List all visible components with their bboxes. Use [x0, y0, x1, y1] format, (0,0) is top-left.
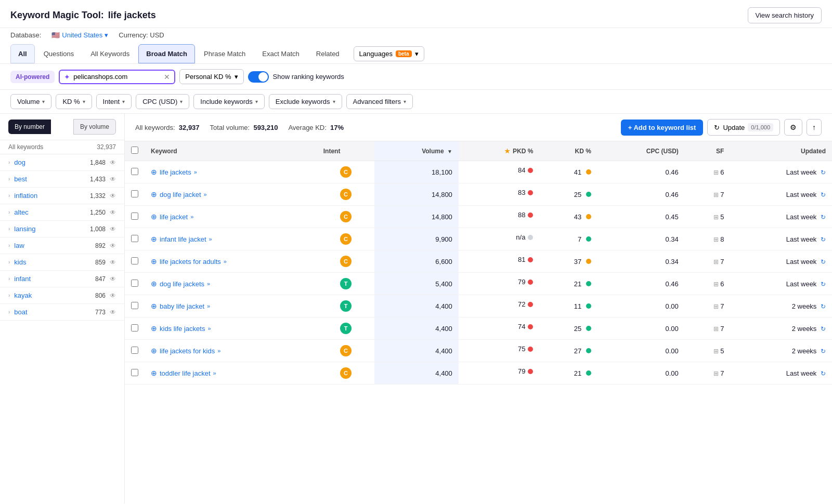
- keyword-link-0[interactable]: ⊕ life jackets »: [151, 168, 311, 176]
- sidebar-item-best[interactable]: › best 1,433 👁: [0, 171, 124, 188]
- eye-icon-altec[interactable]: 👁: [110, 209, 116, 216]
- sf-icon-8[interactable]: ⊞: [713, 348, 719, 355]
- eye-icon-best[interactable]: 👁: [110, 176, 116, 183]
- sf-icon-7[interactable]: ⊞: [713, 325, 719, 333]
- tab-broad-match[interactable]: Broad Match: [138, 44, 195, 63]
- include-keywords-btn[interactable]: Include keywords ▾: [193, 94, 264, 109]
- row-checkbox-7[interactable]: [131, 324, 138, 331]
- row-checkbox-9[interactable]: [131, 369, 138, 376]
- show-ranking-toggle[interactable]: [248, 71, 269, 83]
- row-checkbox-2[interactable]: [131, 213, 138, 220]
- keyword-link-7[interactable]: ⊕ kids life jackets »: [151, 324, 311, 333]
- sf-icon-1[interactable]: ⊞: [713, 191, 719, 198]
- stats-bar: All keywords: 32,937 Total volume: 593,2…: [125, 114, 832, 141]
- refresh-icon-5[interactable]: ↻: [821, 281, 826, 288]
- clear-domain-icon[interactable]: ✕: [164, 73, 170, 81]
- by-volume-button[interactable]: By volume: [73, 119, 116, 135]
- row-updated-cell-4: Last week ↻: [730, 250, 832, 273]
- update-button[interactable]: ↻ Update 0/1,000: [707, 119, 780, 136]
- sidebar-item-infant[interactable]: › infant 847 👁: [0, 271, 124, 287]
- domain-input[interactable]: [73, 73, 161, 81]
- by-number-button[interactable]: By number: [8, 120, 51, 134]
- sidebar-chevron-infant: ›: [8, 276, 10, 282]
- eye-icon-boat[interactable]: 👁: [110, 309, 116, 316]
- keyword-link-3[interactable]: ⊕ infant life jacket »: [151, 235, 311, 243]
- row-checkbox-3[interactable]: [131, 235, 138, 242]
- eye-icon-law[interactable]: 👁: [110, 242, 116, 249]
- row-checkbox-5[interactable]: [131, 280, 138, 287]
- refresh-icon-0[interactable]: ↻: [821, 169, 826, 176]
- view-history-button[interactable]: View search history: [748, 7, 822, 23]
- refresh-icon-4[interactable]: ↻: [821, 258, 826, 266]
- tab-all-keywords[interactable]: All Keywords: [83, 44, 137, 63]
- keyword-link-1[interactable]: ⊕ dog life jacket »: [151, 190, 311, 198]
- sf-icon-5[interactable]: ⊞: [713, 281, 719, 288]
- tab-exact-match[interactable]: Exact Match: [254, 44, 307, 63]
- eye-icon-inflation[interactable]: 👁: [110, 192, 116, 200]
- cpc-filter-btn[interactable]: CPC (USD) ▾: [136, 94, 189, 109]
- sf-icon-2[interactable]: ⊞: [713, 214, 719, 221]
- kd-filter-btn[interactable]: KD % ▾: [56, 94, 92, 109]
- sf-icon-0[interactable]: ⊞: [713, 169, 719, 176]
- settings-icon-button[interactable]: ⚙: [784, 119, 802, 136]
- eye-icon-kids[interactable]: 👁: [110, 259, 116, 266]
- row-checkbox-0[interactable]: [131, 168, 138, 175]
- sf-icon-9[interactable]: ⊞: [713, 370, 719, 377]
- exclude-keywords-btn[interactable]: Exclude keywords ▾: [269, 94, 342, 109]
- refresh-icon-2[interactable]: ↻: [821, 214, 826, 221]
- sf-icon-4[interactable]: ⊞: [713, 258, 719, 266]
- country-link[interactable]: 🇺🇸 United States ▾: [51, 31, 108, 39]
- refresh-icon-9[interactable]: ↻: [821, 370, 826, 377]
- export-icon-button[interactable]: ↑: [807, 119, 822, 136]
- eye-icon-infant[interactable]: 👁: [110, 275, 116, 283]
- sidebar-item-kids[interactable]: › kids 859 👁: [0, 254, 124, 271]
- volume-filter-btn[interactable]: Volume ▾: [10, 94, 51, 109]
- eye-icon-kayak[interactable]: 👁: [110, 292, 116, 299]
- row-checkbox-1[interactable]: [131, 190, 138, 197]
- pkd-button[interactable]: Personal KD % ▾: [179, 69, 243, 84]
- add-to-keyword-list-button[interactable]: + Add to keyword list: [621, 120, 704, 136]
- sidebar-item-altec[interactable]: › altec 1,250 👁: [0, 204, 124, 221]
- keyword-link-4[interactable]: ⊕ life jackets for adults »: [151, 257, 311, 266]
- keyword-link-5[interactable]: ⊕ dog life jackets »: [151, 280, 311, 288]
- sidebar-item-lansing[interactable]: › lansing 1,008 👁: [0, 221, 124, 237]
- row-sf-cell-0: ⊞ 6: [685, 161, 731, 183]
- languages-button[interactable]: Languages beta ▾: [354, 46, 424, 61]
- row-checkbox-6[interactable]: [131, 302, 138, 309]
- row-keyword-cell-3: ⊕ infant life jacket »: [145, 228, 317, 250]
- eye-icon-dog[interactable]: 👁: [110, 159, 116, 166]
- advanced-filters-btn[interactable]: Advanced filters ▾: [346, 94, 413, 109]
- updated-text-5: Last week: [786, 280, 817, 288]
- sidebar-item-inflation[interactable]: › inflation 1,332 👁: [0, 188, 124, 204]
- row-checkbox-8[interactable]: [131, 347, 138, 354]
- domain-input-wrap[interactable]: ✦ ✕: [59, 70, 175, 84]
- keyword-link-8[interactable]: ⊕ life jackets for kids »: [151, 347, 311, 355]
- keyword-link-9[interactable]: ⊕ toddler life jacket »: [151, 369, 311, 377]
- row-volume-cell-4: 6,600: [374, 250, 458, 273]
- sidebar-item-law[interactable]: › law 892 👁: [0, 237, 124, 254]
- tab-questions[interactable]: Questions: [36, 44, 82, 63]
- sf-icon-3[interactable]: ⊞: [713, 236, 719, 243]
- row-checkbox-4[interactable]: [131, 257, 138, 264]
- sidebar-item-boat[interactable]: › boat 773 👁: [0, 304, 124, 321]
- eye-icon-lansing[interactable]: 👁: [110, 226, 116, 233]
- refresh-icon-7[interactable]: ↻: [821, 325, 826, 333]
- select-all-checkbox[interactable]: [131, 147, 138, 154]
- refresh-icon-6[interactable]: ↻: [821, 303, 826, 310]
- sf-icon-6[interactable]: ⊞: [713, 303, 719, 310]
- row-volume-cell-8: 4,400: [374, 340, 458, 362]
- sf-value-6: 7: [720, 302, 724, 310]
- intent-filter-btn[interactable]: Intent ▾: [96, 94, 132, 109]
- sidebar-item-kayak[interactable]: › kayak 806 👁: [0, 287, 124, 304]
- tab-related[interactable]: Related: [308, 44, 347, 63]
- tab-all[interactable]: All: [10, 44, 35, 63]
- row-volume-cell-7: 4,400: [374, 317, 458, 340]
- refresh-icon-3[interactable]: ↻: [821, 236, 826, 243]
- tab-phrase-match[interactable]: Phrase Match: [196, 44, 253, 63]
- filters-row: AI-powered ✦ ✕ Personal KD % ▾ Show rank…: [0, 64, 832, 90]
- sidebar-item-dog[interactable]: › dog 1,848 👁: [0, 154, 124, 171]
- keyword-link-6[interactable]: ⊕ baby life jacket »: [151, 302, 311, 310]
- refresh-icon-8[interactable]: ↻: [821, 348, 826, 355]
- refresh-icon-1[interactable]: ↻: [821, 191, 826, 198]
- keyword-link-2[interactable]: ⊕ life jacket »: [151, 213, 311, 221]
